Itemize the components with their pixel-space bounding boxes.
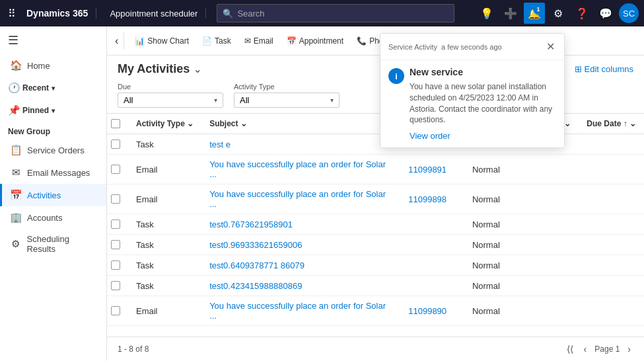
row-checkbox[interactable] (111, 165, 120, 174)
row-checkbox[interactable] (111, 140, 120, 149)
edit-columns-label: Edit columns (585, 64, 633, 74)
service-orders-icon: 📋 (10, 144, 22, 156)
sidebar-item-scheduling-results[interactable]: ⚙ Scheduling Results (0, 229, 106, 259)
first-page-button[interactable]: ⟨⟨ (564, 342, 576, 356)
type-filter-select[interactable]: All ▾ (234, 93, 340, 108)
row-checkbox-cell (107, 296, 128, 326)
settings-icon[interactable]: ⚙ (548, 3, 569, 24)
activity-type-cell: Email (128, 155, 201, 184)
columns-icon: ⊞ (575, 64, 582, 74)
nav-icons: 💡 ➕ 🔔 1 ⚙ ❓ 💬 SC (476, 3, 639, 24)
chat-icon[interactable]: 💬 (595, 3, 616, 24)
regarding-link[interactable]: 11099891 (408, 165, 447, 175)
row-checkbox-cell (107, 184, 128, 214)
row-checkbox[interactable] (111, 240, 120, 249)
prev-page-button[interactable]: ‹ (581, 342, 590, 356)
task-icon: 📄 (202, 36, 212, 46)
view-order-link[interactable]: View order (410, 131, 450, 141)
sort-icon: ⌄ (240, 119, 247, 128)
subject-cell[interactable]: test0.6409378771 86079 (201, 255, 400, 276)
notification-icon[interactable]: 🔔 1 (524, 3, 545, 24)
due-filter-select[interactable]: All ▾ (118, 93, 223, 108)
start-date-cell (517, 235, 579, 255)
subject-link[interactable]: test0.7673621958901 (209, 220, 293, 229)
lightbulb-icon[interactable]: 💡 (476, 3, 497, 24)
subject-cell[interactable]: You have successfully place an order for… (201, 296, 400, 326)
row-checkbox[interactable] (111, 194, 120, 204)
due-filter-group: Due All ▾ (118, 83, 223, 108)
phone-icon: 📞 (357, 36, 367, 46)
subject-cell[interactable]: test0.423415988880869 (201, 276, 400, 296)
subject-link[interactable]: test0.6409378771 86079 (209, 261, 304, 270)
subject-link[interactable]: test0.423415988880869 (209, 281, 302, 291)
sidebar-item-home[interactable]: 🏠 Home (0, 54, 106, 77)
waffle-menu-icon[interactable]: ⠿ (5, 5, 18, 22)
page-title-chevron-icon[interactable]: ⌄ (194, 64, 201, 75)
subject-cell[interactable]: test0.7673621958901 (201, 214, 400, 235)
sidebar-item-activities[interactable]: 📅 Activities (0, 184, 106, 206)
chart-icon: 📊 (135, 36, 145, 46)
row-checkbox[interactable] (111, 281, 120, 290)
subject-link[interactable]: You have successfully place an order for… (209, 189, 386, 209)
due-date-cell (579, 184, 644, 214)
sidebar-pinned[interactable]: 📌 Pinned ▾ (0, 99, 106, 122)
add-icon[interactable]: ➕ (500, 3, 521, 24)
notification-badge: 1 (533, 4, 544, 15)
subject-cell[interactable]: test e (201, 134, 400, 155)
sidebar-item-email-messages[interactable]: ✉ Email Messages (0, 161, 106, 184)
edit-columns-button[interactable]: ⊞ Edit columns (575, 64, 633, 74)
activity-type-cell: Email (128, 184, 201, 214)
search-input[interactable] (237, 9, 448, 19)
regarding-cell[interactable]: 11099891 (400, 155, 464, 184)
due-date-cell (579, 255, 644, 276)
search-box[interactable]: 🔍 (217, 4, 454, 22)
subject-cell[interactable]: You have successfully place an order for… (201, 155, 400, 184)
page-title-text: My Activities (118, 62, 190, 76)
subject-link[interactable]: You have successfully place an order for… (209, 301, 386, 321)
col-due-date[interactable]: Due Date ↑ ⌄ (579, 114, 644, 134)
subject-link[interactable]: You have successfully place an order for… (209, 159, 386, 179)
subject-cell[interactable]: You have successfully place an order for… (201, 184, 400, 214)
sidebar-item-service-orders[interactable]: 📋 Service Orders (0, 139, 106, 161)
regarding-cell (400, 214, 464, 235)
user-avatar[interactable]: SC (619, 3, 639, 23)
col-subject[interactable]: Subject ⌄ (201, 114, 400, 134)
back-button[interactable]: ‹ (115, 32, 124, 50)
priority-cell: Normal (464, 184, 517, 214)
subject-link[interactable]: test e (209, 140, 231, 149)
subject-cell[interactable]: test0.969333621659006 (201, 235, 400, 255)
due-date-cell (579, 155, 644, 184)
sidebar-item-accounts[interactable]: 🏢 Accounts (0, 206, 106, 229)
due-date-cell (579, 214, 644, 235)
help-icon[interactable]: ❓ (571, 3, 592, 24)
regarding-link[interactable]: 11099898 (408, 194, 447, 204)
email-button[interactable]: ✉ Email (239, 34, 279, 48)
appointment-button[interactable]: 📅 Appointment (281, 34, 349, 48)
show-chart-button[interactable]: 📊 Show Chart (129, 34, 194, 48)
select-all-header[interactable] (107, 114, 128, 134)
start-date-cell (517, 214, 579, 235)
row-checkbox[interactable] (111, 220, 120, 229)
sidebar-recent[interactable]: 🕐 Recent ▾ (0, 77, 106, 99)
row-count: 1 - 8 of 8 (118, 344, 149, 354)
row-checkbox[interactable] (111, 306, 120, 315)
info-icon: i (388, 68, 404, 84)
col-activity-type[interactable]: Activity Type ⌄ (128, 114, 201, 134)
page-title: My Activities ⌄ (118, 62, 201, 76)
regarding-cell[interactable]: 11099898 (400, 184, 464, 214)
pinned-chevron-icon: ▾ (52, 107, 55, 114)
hamburger-menu[interactable]: ☰ (0, 26, 106, 54)
regarding-link[interactable]: 11099890 (408, 306, 447, 316)
notification-close-button[interactable]: ✕ (545, 39, 556, 54)
next-page-button[interactable]: › (625, 342, 633, 356)
row-checkbox-cell (107, 155, 128, 184)
show-chart-label: Show Chart (147, 36, 189, 46)
row-checkbox[interactable] (111, 261, 120, 270)
select-all-checkbox[interactable] (111, 119, 120, 128)
subject-link[interactable]: test0.969333621659006 (209, 240, 302, 250)
task-button[interactable]: 📄 Task (197, 34, 236, 48)
table-row: Task test0.423415988880869 Normal (107, 276, 644, 296)
sort-icon: ⌄ (187, 119, 194, 128)
due-date-cell (579, 296, 644, 326)
regarding-cell[interactable]: 11099890 (400, 296, 464, 326)
